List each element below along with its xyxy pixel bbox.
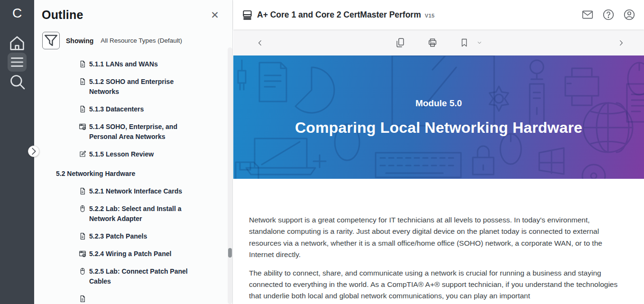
bookmark-dropdown-button[interactable] <box>477 40 482 46</box>
outline-panel: Outline ✕ Showing All Resource Types (De… <box>34 0 233 304</box>
outline-item[interactable]: 5.1.1 LANs and WANs <box>34 59 232 69</box>
chevron-right-icon <box>28 146 39 157</box>
outline-menu-button[interactable] <box>8 53 27 72</box>
outline-scrollbar-thumb[interactable] <box>228 248 232 258</box>
chevron-down-icon <box>477 40 482 46</box>
edit-icon <box>79 150 86 158</box>
lesson-paragraph: Network support is a great competency fo… <box>249 214 623 261</box>
outline-item[interactable]: 5.2.2 Lab: Select and Install a Network … <box>34 204 232 224</box>
outline-item[interactable]: 5.2 Networking Hardware <box>34 169 232 179</box>
outline-item[interactable]: 5.2.1 Network Interface Cards <box>34 186 232 196</box>
lab-icon <box>79 267 86 276</box>
chevron-right-icon <box>617 39 625 47</box>
reader-toolbar <box>233 30 644 55</box>
module-number: Module 5.0 <box>415 98 462 109</box>
module-title: Comparing Local Networking Hardware <box>295 119 582 137</box>
outline-scrollbar-track[interactable] <box>228 47 232 304</box>
document-icon <box>79 232 86 240</box>
outline-item[interactable] <box>34 294 232 303</box>
search-button[interactable] <box>8 72 27 91</box>
video-icon <box>79 250 86 258</box>
document-icon <box>79 78 86 86</box>
outline-item[interactable]: 5.2.3 Patch Panels <box>34 231 232 241</box>
lesson-paragraph: The ability to connect, share, and commu… <box>249 267 623 302</box>
lab-icon <box>79 205 86 213</box>
close-outline-button[interactable]: ✕ <box>209 9 221 21</box>
previous-page-button[interactable] <box>256 39 264 47</box>
course-version-badge: V15 <box>425 13 435 18</box>
document-icon <box>79 187 86 195</box>
outline-item[interactable]: 5.1.4 SOHO, Enterprise, and Personal Are… <box>34 122 232 142</box>
help-button[interactable] <box>602 9 615 21</box>
print-button[interactable] <box>427 37 438 48</box>
next-page-button[interactable] <box>617 39 625 47</box>
comptia-logo: C <box>0 5 34 22</box>
outline-panel-title: Outline <box>42 8 83 22</box>
filter-value: All Resource Types (Default) <box>101 37 182 44</box>
course-title: A+ Core 1 and Core 2 CertMaster Perform <box>257 10 421 20</box>
outline-item[interactable]: 5.1.2 SOHO and Enterprise Networks <box>34 77 232 97</box>
document-icon <box>79 60 86 68</box>
filter-button[interactable] <box>42 32 60 49</box>
bookmark-button[interactable] <box>460 38 469 47</box>
account-button[interactable] <box>623 9 635 21</box>
home-icon <box>8 34 27 53</box>
copy-icon <box>395 37 405 48</box>
filter-row: Showing All Resource Types (Default) <box>42 32 232 49</box>
mail-icon <box>581 9 594 21</box>
book-icon <box>242 9 253 20</box>
funnel-icon <box>43 32 59 49</box>
chevron-left-icon <box>256 39 264 47</box>
outline-item[interactable]: 5.1.5 Lesson Review <box>34 149 232 159</box>
module-banner: Module 5.0 Comparing Local Networking Ha… <box>233 55 644 179</box>
copy-button[interactable] <box>395 37 405 48</box>
collapse-panel-button[interactable] <box>28 146 39 157</box>
bookmark-icon <box>460 38 469 47</box>
filter-label: Showing <box>66 37 93 45</box>
document-icon <box>79 105 86 113</box>
messages-button[interactable] <box>581 9 594 21</box>
lesson-body: Network support is a great competency fo… <box>249 214 623 304</box>
course-header: A+ Core 1 and Core 2 CertMaster Perform … <box>233 0 644 29</box>
outline-item[interactable]: 5.2.5 Lab: Connect Patch Panel Cables <box>34 267 232 286</box>
video-icon <box>79 123 86 131</box>
help-icon <box>602 9 615 21</box>
menu-icon <box>8 53 27 72</box>
search-icon <box>8 72 27 91</box>
document-icon <box>79 295 86 303</box>
outline-item[interactable]: 5.2.4 Wiring a Patch Panel <box>34 249 232 259</box>
print-icon <box>427 37 438 48</box>
account-icon <box>623 9 635 21</box>
outline-item[interactable]: 5.1.3 Datacenters <box>34 104 232 114</box>
home-button[interactable] <box>8 34 27 53</box>
outline-list: 5.1.1 LANs and WANs 5.1.2 SOHO and Enter… <box>34 59 232 303</box>
content-area: A+ Core 1 and Core 2 CertMaster Perform … <box>233 0 644 304</box>
